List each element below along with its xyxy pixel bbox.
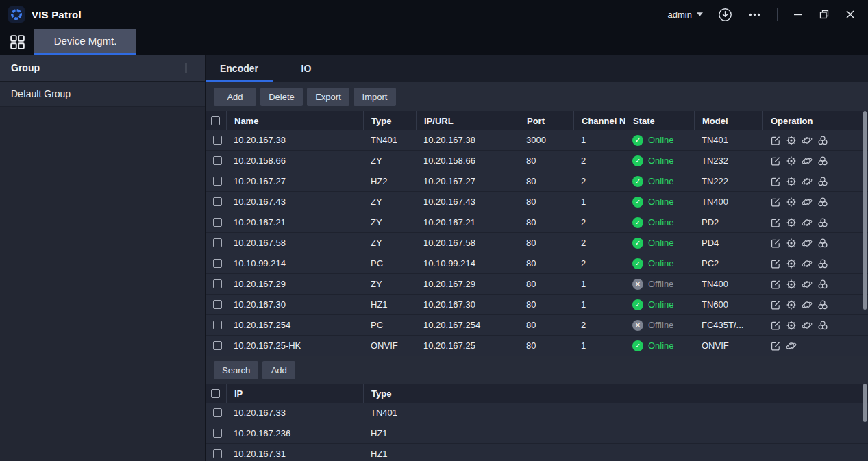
- table-row[interactable]: 10.20.167.29 ZY 10.20.167.29 80 1 ✕ Offl…: [206, 274, 868, 295]
- row-checkbox[interactable]: [213, 197, 222, 206]
- minimize-icon[interactable]: [793, 9, 804, 20]
- sidebar-item-default-group[interactable]: Default Group: [0, 82, 205, 107]
- settings-icon[interactable]: [786, 238, 797, 249]
- channels-icon[interactable]: [817, 155, 828, 166]
- download-icon[interactable]: [718, 8, 732, 22]
- table-row[interactable]: 10.20.167.27 HZ2 10.20.167.27 80 2 ✓ Onl…: [206, 171, 868, 192]
- network-icon[interactable]: [786, 340, 797, 351]
- settings-icon[interactable]: [786, 197, 797, 208]
- search-button[interactable]: Search: [214, 361, 258, 379]
- table-row[interactable]: 10.20.167.25-HK ONVIF 10.20.167.25 80 1 …: [206, 336, 868, 356]
- select-all-checkbox[interactable]: [211, 389, 220, 398]
- settings-icon[interactable]: [786, 258, 797, 269]
- network-icon[interactable]: [802, 176, 813, 187]
- table-row[interactable]: 10.10.99.214 PC 10.10.99.214 80 2 ✓ Onli…: [206, 253, 868, 274]
- settings-icon[interactable]: [786, 279, 797, 290]
- device-table-scrollbar[interactable]: [863, 111, 867, 310]
- channels-icon[interactable]: [817, 135, 828, 146]
- edit-icon[interactable]: [770, 320, 781, 331]
- network-icon[interactable]: [802, 258, 813, 269]
- table-row[interactable]: 10.20.167.254 PC 10.20.167.254 80 2 ✕ Of…: [206, 315, 868, 336]
- network-icon[interactable]: [802, 299, 813, 310]
- row-checkbox[interactable]: [213, 259, 222, 268]
- row-checkbox[interactable]: [213, 136, 222, 145]
- table-row[interactable]: 10.20.167.43 ZY 10.20.167.43 80 1 ✓ Onli…: [206, 192, 868, 212]
- user-menu[interactable]: admin: [668, 10, 703, 20]
- settings-icon[interactable]: [786, 155, 797, 166]
- table-row[interactable]: 10.20.167.31 HZ1: [206, 444, 868, 461]
- close-icon[interactable]: [845, 9, 856, 20]
- col-channel[interactable]: Channel N: [573, 111, 625, 130]
- more-icon[interactable]: [747, 8, 762, 22]
- network-icon[interactable]: [802, 155, 813, 166]
- row-checkbox[interactable]: [213, 429, 222, 438]
- channels-icon[interactable]: [817, 197, 828, 208]
- select-all-checkbox[interactable]: [211, 116, 220, 125]
- col-operation[interactable]: Operation: [762, 111, 868, 130]
- row-checkbox[interactable]: [213, 449, 222, 458]
- col-port[interactable]: Port: [519, 111, 573, 130]
- channels-icon[interactable]: [817, 217, 828, 228]
- delete-button[interactable]: Delete: [260, 88, 303, 106]
- restore-icon[interactable]: [819, 9, 830, 20]
- edit-icon[interactable]: [770, 217, 781, 228]
- network-icon[interactable]: [802, 320, 813, 331]
- table-row[interactable]: 10.20.167.30 HZ1 10.20.167.30 80 1 ✓ Onl…: [206, 295, 868, 315]
- network-icon[interactable]: [802, 217, 813, 228]
- discovery-table-scrollbar[interactable]: [863, 384, 867, 422]
- settings-icon[interactable]: [786, 135, 797, 146]
- app-launcher[interactable]: [0, 29, 34, 55]
- network-icon[interactable]: [802, 197, 813, 208]
- col-ip-url[interactable]: IP/URL: [416, 111, 519, 130]
- row-checkbox[interactable]: [213, 408, 222, 417]
- tab-encoder[interactable]: Encoder: [206, 55, 273, 82]
- settings-icon[interactable]: [786, 176, 797, 187]
- col-type[interactable]: Type: [363, 384, 868, 403]
- table-row[interactable]: 10.20.167.33 TN401: [206, 403, 868, 423]
- edit-icon[interactable]: [770, 279, 781, 290]
- settings-icon[interactable]: [786, 320, 797, 331]
- row-checkbox[interactable]: [213, 300, 222, 309]
- tab-io[interactable]: IO: [273, 55, 340, 82]
- network-icon[interactable]: [802, 279, 813, 290]
- add-group-button[interactable]: [179, 62, 193, 75]
- col-type[interactable]: Type: [363, 111, 416, 130]
- edit-icon[interactable]: [770, 135, 781, 146]
- row-checkbox[interactable]: [213, 279, 222, 288]
- row-checkbox[interactable]: [213, 177, 222, 186]
- edit-icon[interactable]: [770, 197, 781, 208]
- tab-device-mgmt[interactable]: Device Mgmt.: [34, 29, 136, 55]
- edit-icon[interactable]: [770, 155, 781, 166]
- channels-icon[interactable]: [817, 279, 828, 290]
- channels-icon[interactable]: [817, 320, 828, 331]
- col-ip[interactable]: IP: [226, 384, 363, 403]
- table-row[interactable]: 10.20.167.58 ZY 10.20.167.58 80 2 ✓ Onli…: [206, 233, 868, 253]
- edit-icon[interactable]: [770, 258, 781, 269]
- channels-icon[interactable]: [817, 176, 828, 187]
- channels-icon[interactable]: [817, 238, 828, 249]
- col-model[interactable]: Model: [694, 111, 762, 130]
- table-row[interactable]: 10.20.167.21 ZY 10.20.167.21 80 2 ✓ Onli…: [206, 212, 868, 233]
- channels-icon[interactable]: [817, 258, 828, 269]
- row-checkbox[interactable]: [213, 321, 222, 329]
- edit-icon[interactable]: [770, 238, 781, 249]
- row-checkbox[interactable]: [213, 238, 222, 247]
- edit-icon[interactable]: [770, 176, 781, 187]
- settings-icon[interactable]: [786, 299, 797, 310]
- col-name[interactable]: Name: [226, 111, 363, 130]
- table-row[interactable]: 10.20.167.236 HZ1: [206, 423, 868, 444]
- col-state[interactable]: State: [625, 111, 694, 130]
- row-checkbox[interactable]: [213, 341, 222, 350]
- import-button[interactable]: Import: [354, 88, 396, 106]
- channels-icon[interactable]: [817, 299, 828, 310]
- edit-icon[interactable]: [770, 299, 781, 310]
- add-button[interactable]: Add: [214, 88, 256, 106]
- add-discovered-button[interactable]: Add: [262, 361, 295, 379]
- table-row[interactable]: 10.20.158.66 ZY 10.20.158.66 80 2 ✓ Onli…: [206, 151, 868, 171]
- export-button[interactable]: Export: [307, 88, 349, 106]
- table-row[interactable]: 10.20.167.38 TN401 10.20.167.38 3000 1 ✓…: [206, 130, 868, 151]
- edit-icon[interactable]: [770, 340, 781, 351]
- row-checkbox[interactable]: [213, 156, 222, 165]
- network-icon[interactable]: [802, 238, 813, 249]
- row-checkbox[interactable]: [213, 218, 222, 227]
